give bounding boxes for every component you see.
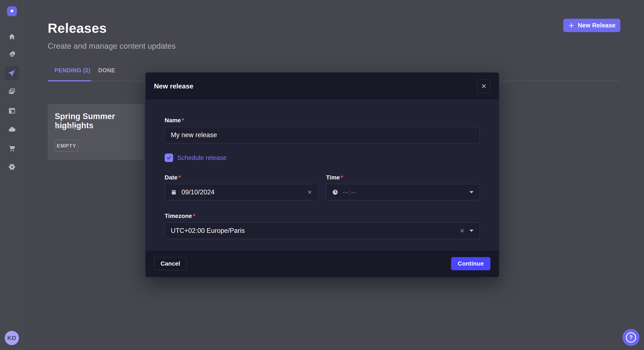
required-asterisk: * (341, 174, 343, 181)
sidebar-item-settings[interactable] (5, 160, 19, 174)
app-logo[interactable] (7, 6, 17, 16)
time-dropdown-button[interactable] (469, 191, 474, 193)
avatar-initials: KD (7, 335, 16, 342)
date-input[interactable] (182, 188, 302, 196)
chevron-down-icon (469, 229, 474, 232)
send-icon (8, 69, 16, 77)
cloud-icon (8, 126, 16, 133)
home-icon (8, 33, 16, 40)
modal-footer: Cancel Continue (146, 250, 499, 277)
media-gallery-icon (8, 88, 16, 95)
date-inputbox (164, 184, 318, 200)
cart-icon (8, 144, 16, 152)
timezone-combobox[interactable]: UTC+02:00 Europe/Paris (164, 222, 480, 239)
required-asterisk: * (178, 174, 181, 181)
close-icon (481, 83, 486, 89)
release-card-schedule: In 8 days (55, 123, 80, 130)
active-tab-underline (48, 80, 91, 81)
required-asterisk: * (182, 117, 184, 124)
continue-button[interactable]: Continue (451, 257, 490, 270)
date-label: Date* (164, 174, 318, 181)
sidebar-item-releases[interactable] (5, 66, 19, 80)
new-release-label: New Release (578, 22, 616, 29)
sidebar-item-content[interactable] (5, 47, 19, 61)
modal-title: New release (154, 82, 193, 90)
strapi-logo-icon (9, 8, 15, 14)
checkmark-icon (166, 155, 172, 161)
clock-icon (332, 189, 338, 195)
user-avatar[interactable]: KD (5, 331, 19, 345)
release-status-badge: EMPTY (55, 140, 78, 152)
name-inputbox (164, 127, 480, 143)
page-subtitle: Create and manage content updates (48, 42, 176, 51)
modal-header: New release (146, 72, 499, 100)
page-title: Releases (48, 20, 107, 36)
timezone-value: UTC+02:00 Europe/Paris (171, 227, 455, 234)
gear-icon (8, 163, 16, 171)
calendar-icon (171, 189, 177, 195)
clear-icon (307, 190, 312, 195)
cancel-button[interactable]: Cancel (154, 257, 187, 270)
modal-close-button[interactable] (477, 80, 490, 93)
new-release-button[interactable]: New Release (563, 19, 620, 32)
sidebar-item-marketplace[interactable] (5, 141, 19, 155)
sidebar-item-media-library[interactable] (5, 84, 19, 98)
help-button[interactable]: ? (622, 329, 640, 346)
release-card[interactable]: Spring Summer highlights In 8 days EMPTY (48, 104, 144, 160)
required-asterisk: * (193, 213, 195, 219)
sidebar-item-cloud[interactable] (5, 123, 19, 137)
clear-date-button[interactable] (307, 190, 312, 195)
sidebar-divider-top (0, 24, 24, 24)
sidebar-item-pages[interactable] (5, 104, 19, 118)
schedule-release-label[interactable]: Schedule release (177, 154, 226, 161)
plus-icon (568, 22, 574, 29)
time-inputbox (326, 184, 480, 200)
modal-body: Name* Schedule release Date* (146, 100, 499, 250)
sidebar-item-home[interactable] (5, 29, 19, 44)
sidebar: KD (0, 0, 24, 350)
timezone-dropdown-button[interactable] (469, 229, 474, 232)
name-input[interactable] (171, 131, 474, 139)
name-label: Name* (164, 117, 480, 124)
clear-icon (460, 228, 465, 233)
schedule-release-checkbox[interactable] (164, 154, 173, 162)
sidebar-divider-bottom (0, 326, 24, 326)
question-mark-icon: ? (626, 332, 636, 343)
time-label: Time* (326, 174, 480, 181)
date-field: Date* (164, 174, 318, 200)
layout-icon (8, 107, 16, 115)
chevron-down-icon (469, 191, 474, 193)
time-field: Time* (326, 174, 480, 200)
schedule-release-row: Schedule release (164, 154, 480, 162)
feather-icon (8, 51, 16, 58)
tab-done[interactable]: DONE (98, 67, 115, 74)
timezone-label: Timezone* (164, 213, 480, 219)
tab-pending[interactable]: PENDING (2) (54, 67, 90, 74)
clear-timezone-button[interactable] (460, 228, 465, 233)
time-input[interactable] (343, 188, 465, 196)
date-time-row: Date* (164, 174, 480, 200)
new-release-modal: New release Name* Sch (146, 72, 499, 277)
